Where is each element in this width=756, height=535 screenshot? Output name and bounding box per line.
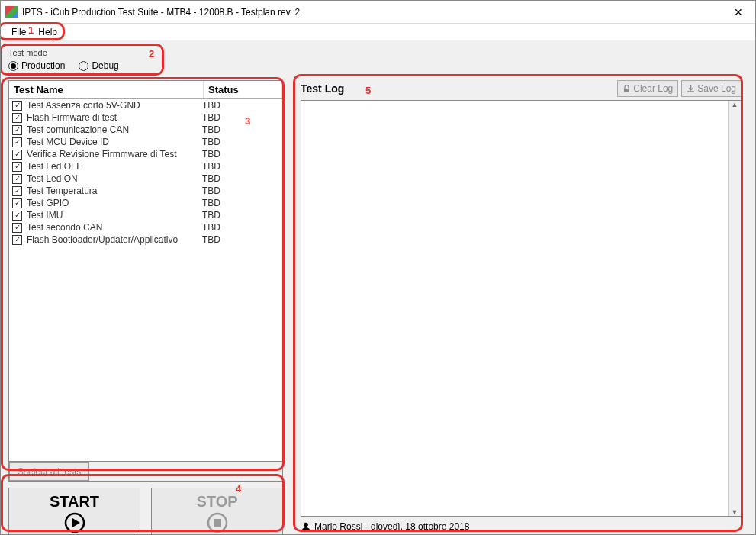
scroll-down-icon[interactable]: ▼ xyxy=(732,508,738,516)
scroll-up-icon[interactable]: ▲ xyxy=(732,101,738,108)
stop-icon xyxy=(207,512,228,533)
svg-rect-4 xyxy=(624,89,629,92)
test-name: Test Led ON xyxy=(27,173,202,184)
select-all-wrap: Sselect all tests xyxy=(8,462,283,482)
table-row[interactable]: Test secondo CANTBD xyxy=(9,221,282,234)
test-mode-group: Test mode Production Debug xyxy=(8,45,161,74)
checkbox-icon[interactable] xyxy=(12,186,22,196)
test-status: TBD xyxy=(202,112,279,123)
test-status: TBD xyxy=(202,137,279,147)
test-name: Flash Firmware di test xyxy=(27,112,202,123)
checkbox-icon[interactable] xyxy=(12,211,22,221)
test-name: Flash Bootloader/Updater/Applicativo xyxy=(27,234,202,245)
table-row[interactable]: Test IMUTBD xyxy=(9,209,282,221)
checkbox-icon[interactable] xyxy=(12,150,22,160)
log-scrollbar[interactable]: ▲ ▼ xyxy=(728,101,741,516)
table-row[interactable]: Flash Firmware di testTBD xyxy=(9,111,282,124)
left-panel: Test Name Status Test Assenza corto 5V-G… xyxy=(8,80,283,535)
select-all-button[interactable]: Sselect all tests xyxy=(9,462,89,481)
clear-log-label: Clear Log xyxy=(633,83,673,94)
radio-icon xyxy=(79,61,88,71)
radio-debug[interactable]: Debug xyxy=(79,60,118,71)
menu-file[interactable]: File xyxy=(5,25,32,39)
window-title: IPTS - iCub Production Test Suite - MTB4… xyxy=(22,7,721,18)
test-status: TBD xyxy=(202,173,279,184)
checkbox-icon[interactable] xyxy=(12,162,22,172)
save-log-button[interactable]: Save Log xyxy=(681,80,742,97)
table-row[interactable]: Test comunicazione CANTBD xyxy=(9,124,282,136)
log-area: ▲ ▼ xyxy=(301,100,742,517)
checkbox-icon[interactable] xyxy=(12,235,22,245)
test-table: Test Name Status Test Assenza corto 5V-G… xyxy=(8,80,283,462)
radio-icon xyxy=(8,61,18,71)
table-row[interactable]: Test MCU Device IDTBD xyxy=(9,136,282,148)
table-row[interactable]: Flash Bootloader/Updater/ApplicativoTBD xyxy=(9,234,282,246)
test-name: Test comunicazione CAN xyxy=(27,124,202,135)
test-status: TBD xyxy=(202,222,279,233)
menubar: File Help xyxy=(1,24,755,40)
lock-icon xyxy=(622,85,631,93)
start-label: START xyxy=(50,493,99,511)
table-row[interactable]: Verifica Revisione Firmmware di TestTBD xyxy=(9,148,282,160)
checkbox-icon[interactable] xyxy=(12,223,22,233)
checkbox-icon[interactable] xyxy=(12,101,22,111)
test-status: TBD xyxy=(202,210,279,221)
test-name: Test Assenza corto 5V-GND xyxy=(27,100,202,111)
test-mode-label: Test mode xyxy=(8,48,161,57)
log-textarea[interactable] xyxy=(301,101,728,516)
stop-button[interactable]: STOP xyxy=(151,488,283,535)
play-icon xyxy=(64,512,85,533)
test-name: Verifica Revisione Firmmware di Test xyxy=(27,149,202,160)
log-title: Test Log xyxy=(301,82,614,95)
svg-rect-3 xyxy=(214,519,221,527)
right-panel: Test Log Clear Log Save Log ▲ ▼ Mario Ro… xyxy=(301,80,742,532)
download-icon xyxy=(687,85,695,93)
close-button[interactable]: ✕ xyxy=(721,1,755,24)
status-text: Mario Rossi - giovedì, 18 ottobre 2018 xyxy=(314,521,469,532)
app-icon xyxy=(5,6,18,18)
checkbox-icon[interactable] xyxy=(12,113,22,123)
start-stop-row: START STOP xyxy=(8,488,283,535)
log-header: Test Log Clear Log Save Log xyxy=(301,80,742,97)
test-status: TBD xyxy=(202,234,279,245)
test-name: Test Temperatura xyxy=(27,185,202,196)
status-bar: Mario Rossi - giovedì, 18 ottobre 2018 xyxy=(301,521,742,532)
clear-log-button[interactable]: Clear Log xyxy=(617,80,678,97)
test-name: Test MCU Device ID xyxy=(27,137,202,147)
checkbox-icon[interactable] xyxy=(12,174,22,184)
col-status[interactable]: Status xyxy=(204,81,282,98)
test-status: TBD xyxy=(202,100,279,111)
radio-debug-label: Debug xyxy=(92,60,118,71)
test-status: TBD xyxy=(202,185,279,196)
test-name: Test GPIO xyxy=(27,198,202,208)
test-status: TBD xyxy=(202,149,279,160)
table-row[interactable]: Test Assenza corto 5V-GNDTBD xyxy=(9,99,282,111)
radio-production[interactable]: Production xyxy=(8,60,65,71)
titlebar: IPTS - iCub Production Test Suite - MTB4… xyxy=(1,1,755,24)
table-row[interactable]: Test TemperaturaTBD xyxy=(9,185,282,197)
start-button[interactable]: START xyxy=(8,488,140,535)
test-status: TBD xyxy=(202,198,279,208)
user-icon xyxy=(301,521,311,532)
radio-production-label: Production xyxy=(21,60,65,71)
test-table-header: Test Name Status xyxy=(9,81,282,99)
test-status: TBD xyxy=(202,161,279,172)
save-log-label: Save Log xyxy=(697,83,736,94)
menu-help[interactable]: Help xyxy=(32,25,63,39)
checkbox-icon[interactable] xyxy=(12,137,22,147)
table-row[interactable]: Test Led ONTBD xyxy=(9,172,282,185)
test-name: Test IMU xyxy=(27,210,202,221)
stop-label: STOP xyxy=(196,493,237,511)
svg-marker-1 xyxy=(72,518,80,527)
test-name: Test Led OFF xyxy=(27,161,202,172)
table-row[interactable]: Test Led OFFTBD xyxy=(9,160,282,172)
svg-point-5 xyxy=(304,523,308,527)
test-name: Test secondo CAN xyxy=(27,222,202,233)
col-test-name[interactable]: Test Name xyxy=(9,81,204,98)
checkbox-icon[interactable] xyxy=(12,198,22,208)
table-row[interactable]: Test GPIOTBD xyxy=(9,197,282,209)
test-table-body: Test Assenza corto 5V-GNDTBDFlash Firmwa… xyxy=(9,99,282,461)
test-status: TBD xyxy=(202,124,279,135)
checkbox-icon[interactable] xyxy=(12,125,22,135)
